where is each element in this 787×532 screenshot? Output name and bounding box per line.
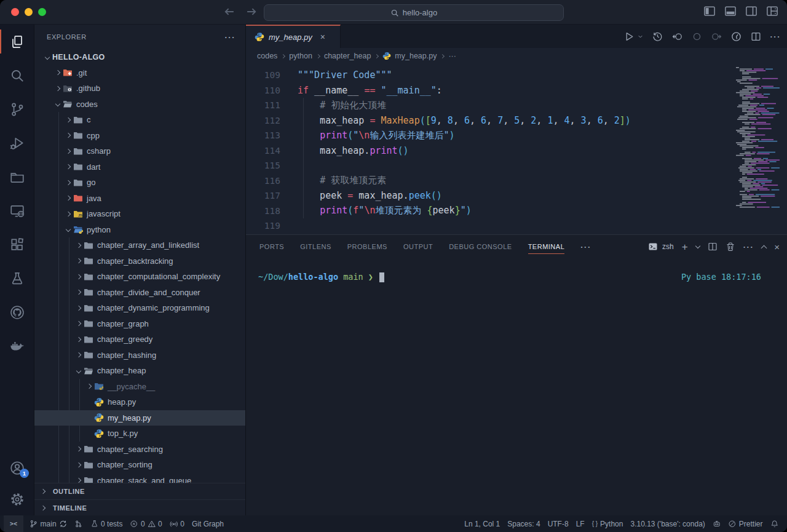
tree-item-chapter_array_and_linkedlist[interactable]: chapter_array_and_linkedlist [34,237,245,253]
code-line-109[interactable]: 109"""Driver Code""" [246,68,732,83]
breadcrumb-item[interactable]: ··· [448,52,456,60]
status-extension-robot[interactable] [709,515,725,532]
kill-terminal-icon[interactable] [726,242,735,252]
close-window-button[interactable] [11,8,19,16]
panel-tab-gitlens[interactable]: GITLENS [300,235,331,258]
tree-root-hello-algo[interactable]: HELLO-ALGO [34,49,245,65]
breadcrumb-item[interactable]: python [289,52,312,60]
tree-item-top_k.py[interactable]: top_k.py [34,426,245,442]
code-line-110[interactable]: 110if __name__ == "__main__": [246,83,732,98]
new-terminal-icon[interactable]: + [682,242,688,252]
code-line-117[interactable]: 117 peek = max_heap.peek() [246,188,732,204]
code-line-115[interactable]: 115 [246,158,732,173]
breadcrumb-item[interactable]: my_heap.py [395,52,437,60]
tree-item-my_heap.py[interactable]: my_heap.py [34,410,245,426]
status-git-graph-branch[interactable] [71,515,87,532]
tree-item-python[interactable]: python [34,222,245,238]
tree-item-heap.py[interactable]: heap.py [34,394,245,410]
tree-item-chapter_backtracking[interactable]: chapter_backtracking [34,253,245,269]
terminal-dropdown-icon[interactable] [696,246,700,248]
panel-tab-problems[interactable]: PROBLEMS [347,235,387,258]
back-arrow-icon[interactable] [223,5,236,18]
explorer-more-actions-icon[interactable]: ··· [225,33,236,42]
panel-tab-terminal[interactable]: TERMINAL [528,235,565,258]
code-line-119[interactable]: 119 [246,218,732,234]
tree-item-chapter_divide_and_conquer[interactable]: chapter_divide_and_conquer [34,285,245,301]
status-eol[interactable]: LF [572,515,588,532]
tab-close-icon[interactable]: × [320,32,325,42]
maximize-panel-icon[interactable] [762,244,766,250]
command-center-search[interactable]: hello-algo [264,4,564,21]
forward-arrow-icon[interactable] [245,5,258,18]
code-line-118[interactable]: 118 print(f"\n堆顶元素为 {peek}") [246,204,732,219]
panel-tab-ports[interactable]: PORTS [259,235,284,258]
tree-item-chapter_computational_complexity[interactable]: chapter_computational_complexity [34,269,245,285]
tree-item-dart[interactable]: dart [34,159,245,175]
toggle-secondary-sidebar-icon[interactable] [745,5,757,17]
code-editor[interactable]: 109"""Driver Code"""110if __name__ == "_… [246,64,787,234]
tree-item-chapter_dynamic_programming[interactable]: chapter_dynamic_programming [34,300,245,316]
activity-search-icon[interactable] [0,58,34,92]
panel-tab-debug-console[interactable]: DEBUG CONSOLE [449,235,512,258]
tree-item-.github[interactable]: .github [34,81,245,97]
run-python-file-icon[interactable] [624,31,635,42]
status-cursor-position[interactable]: Ln 1, Col 1 [461,515,504,532]
accounts-icon[interactable]: 1 [0,453,34,483]
shell-label[interactable]: zsh [662,242,674,251]
toggle-panel-icon[interactable] [724,5,737,17]
tree-item-codes[interactable]: codes [34,97,245,113]
panel-more-actions-icon[interactable]: ··· [743,242,754,252]
editor-more-actions-icon[interactable]: ··· [770,32,781,41]
activity-explorer-icon[interactable] [0,25,34,58]
timeline-section[interactable]: TIMELINE [34,499,245,515]
activity-source-control-icon[interactable] [0,92,34,126]
panel-tab-output[interactable]: OUTPUT [403,235,433,258]
code-line-113[interactable]: 113 print("\n输入列表并建堆后") [246,128,732,143]
tree-item-javascript[interactable]: JSjavascript [34,206,245,222]
activity-extensions-icon[interactable] [0,228,34,261]
timeline-history-icon[interactable] [652,31,663,42]
status-language-mode[interactable]: { }Python [588,515,627,532]
tree-item-chapter_hashing[interactable]: chapter_hashing [34,347,245,363]
tree-item-java[interactable]: java [34,191,245,207]
status-notifications[interactable] [767,515,783,532]
status-git-branch[interactable]: main [26,515,71,532]
status-problems[interactable]: 00 [126,515,165,532]
tree-item-chapter_searching[interactable]: chapter_searching [34,442,245,458]
status-tests[interactable]: 0 tests [87,515,127,532]
tab-my-heap[interactable]: my_heap.py × [246,25,341,48]
toggle-sidebar-icon[interactable] [703,5,716,17]
breadcrumb-item[interactable]: chapter_heap [324,52,371,60]
minimap[interactable] [734,64,780,234]
tree-item-.git[interactable]: .git [34,65,245,81]
code-line-116[interactable]: 116 # 获取堆顶元素 [246,173,732,189]
tree-item-go[interactable]: go [34,175,245,191]
code-line-112[interactable]: 112 max_heap = MaxHeap([9, 8, 6, 6, 7, 5… [246,113,732,129]
activity-remote-explorer-icon[interactable] [0,194,34,228]
minimize-window-button[interactable] [25,8,33,16]
activity-testing-icon[interactable] [0,261,34,295]
coverage-circle-icon[interactable] [692,31,702,42]
status-python-interpreter[interactable]: 3.10.13 ('base': conda) [627,515,708,532]
tree-item-chapter_graph[interactable]: chapter_graph [34,316,245,332]
status-encoding[interactable]: UTF-8 [544,515,572,532]
split-terminal-icon[interactable] [708,242,718,252]
step-back-icon[interactable] [672,31,682,42]
tree-item-chapter_heap[interactable]: chapter_heap [34,363,245,379]
activity-github-icon[interactable] [0,295,34,329]
activity-folder-explorer-icon[interactable] [0,160,34,194]
activity-docker-icon[interactable] [0,329,34,363]
status-remote-indicator[interactable]: >< [4,515,23,532]
code-line-111[interactable]: 111 # 初始化大顶堆 [246,98,732,113]
tree-item-cpp[interactable]: cpp [34,128,245,144]
tree-item-__pycache__[interactable]: __pycache__ [34,379,245,395]
status-prettier[interactable]: Prettier [724,515,766,532]
tree-item-chapter_sorting[interactable]: chapter_sorting [34,457,245,473]
settings-gear-icon[interactable] [0,483,34,515]
maximize-window-button[interactable] [38,8,46,16]
status-feedback[interactable]: 0 [166,515,188,532]
activity-run-debug-icon[interactable] [0,126,34,160]
status-indentation[interactable]: Spaces: 4 [504,515,544,532]
outline-section[interactable]: OUTLINE [34,483,245,499]
split-editor-icon[interactable] [751,31,761,42]
